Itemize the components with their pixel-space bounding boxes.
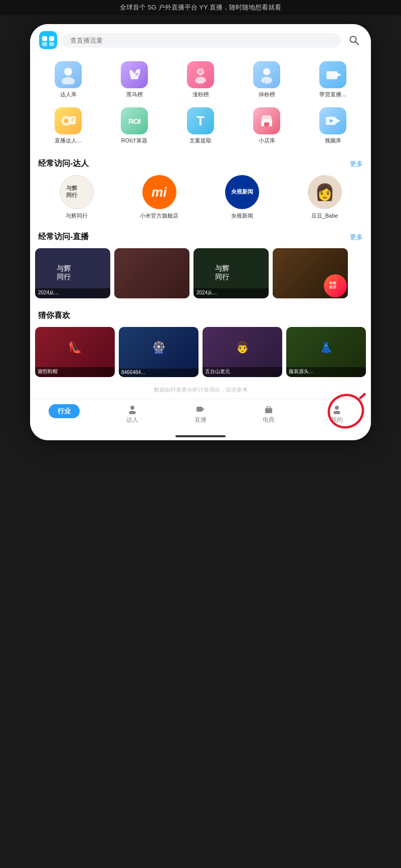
zbdaren-label: 直播达人... (55, 137, 81, 144)
svg-text:同行: 同行 (66, 192, 77, 198)
xiaodian-icon (253, 107, 280, 134)
nav-industry[interactable]: 行业 (30, 404, 98, 424)
daihuo-label: 带货直播... (319, 91, 346, 98)
guess-item-2[interactable]: 🎡 8466484... (119, 327, 198, 377)
nav-ecommerce-icon (264, 404, 274, 414)
svg-text:同行: 同行 (215, 273, 230, 281)
svg-marker-17 (337, 73, 341, 77)
video-label: 视频库 (325, 137, 341, 144)
heima-icon (121, 61, 148, 88)
nav-mine[interactable]: 我的 (303, 404, 371, 424)
svg-rect-24 (264, 122, 269, 126)
roi-label: ROI计算器 (121, 137, 148, 144)
frequent-live-title: 经常访问-直播 (38, 232, 89, 242)
daren-label: 达人库 (60, 91, 77, 98)
svg-rect-16 (326, 71, 337, 79)
frequent-talent-title: 经常访问-达人 (38, 158, 89, 169)
svg-rect-4 (49, 42, 54, 46)
stream-item-2[interactable]: 陈三废g... (114, 248, 189, 298)
talent-yuhui-avatar: 与辉 同行 (60, 175, 94, 209)
tool-roi[interactable]: ROI ROI计算器 (101, 104, 167, 147)
svg-point-11 (195, 77, 206, 84)
svg-rect-41 (265, 408, 272, 413)
nav-talent-icon (127, 404, 137, 414)
tool-xiaodian[interactable]: 小店库 (234, 104, 300, 147)
stream-item-1[interactable]: 与辉 同行 2024从... (35, 248, 110, 298)
guess-item-1[interactable]: 👠 黛熙鞋帽 (35, 327, 115, 377)
diao-label: 掉粉榜 (259, 91, 275, 98)
talent-cctv[interactable]: 央视新闻 央视新闻 (206, 175, 278, 220)
guess-row: 👠 黛熙鞋帽 🎡 8466484... 👨 五台山老元 👗 服装源头... (30, 325, 371, 382)
frequent-talent-more[interactable]: 更多 (350, 159, 363, 168)
tool-daihuo[interactable]: 带货直播... (300, 58, 366, 101)
top-banner: 全球首个 5G 户外直播平台 YY 直播，随时随地想看就看 (0, 0, 401, 15)
talent-yuhui-name: 与辉同行 (66, 212, 88, 220)
talent-xiaomi-avatar: mi (142, 175, 176, 209)
tool-diao[interactable]: ↓ 掉粉榜 (234, 58, 300, 101)
svg-text:同行: 同行 (57, 273, 71, 281)
tool-zhang[interactable]: 涨粉榜 (167, 58, 234, 101)
guess-item-3[interactable]: 👨 五台山老元 (203, 327, 282, 377)
svg-point-37 (130, 406, 134, 410)
guess-item-4[interactable]: 👗 服装源头... (286, 327, 366, 377)
talent-xiaomi-name: 小米官方旗舰店 (140, 212, 178, 220)
phone-frame: 达人库 黑马榜 涨粉榜 (30, 24, 371, 440)
svg-rect-39 (196, 407, 203, 412)
nav-live-icon (195, 404, 206, 414)
nav-talent[interactable]: 达人 (98, 404, 166, 424)
tool-video[interactable]: 视频库 (300, 104, 366, 147)
frequent-talent-header: 经常访问-达人 更多 (30, 153, 371, 173)
guess-label-1: 黛熙鞋帽 (35, 367, 115, 377)
tool-zbdaren[interactable]: 直播达人... (35, 104, 101, 147)
svg-marker-26 (336, 118, 340, 123)
talent-doudou-name: 豆豆_Babe (311, 212, 338, 220)
tool-daren[interactable]: 达人库 (35, 58, 101, 101)
footer-note: 数据由抖查查分析计算得出，仅供参考 (30, 382, 371, 399)
nav-live[interactable]: 直播 (166, 404, 235, 424)
video-icon (319, 107, 346, 134)
svg-rect-3 (42, 42, 47, 46)
daihuo-icon (319, 61, 346, 88)
tool-heima[interactable]: 黑马榜 (101, 58, 167, 101)
svg-text:年终: 年终 (329, 281, 337, 285)
zhang-label: 涨粉榜 (192, 91, 209, 98)
talent-xiaomi[interactable]: mi 小米官方旗舰店 (123, 175, 195, 220)
guess-label-4: 服装源头... (286, 367, 366, 377)
roi-icon: ROI (121, 107, 148, 134)
nav-live-label: 直播 (194, 416, 207, 424)
nav-mine-icon (332, 404, 342, 414)
tool-wanan[interactable]: T 文案提取 (167, 104, 234, 147)
tool-grid: 达人库 黑马榜 涨粉榜 (30, 54, 371, 153)
home-indicator (30, 431, 371, 440)
search-input[interactable] (62, 33, 341, 48)
app-header (30, 24, 371, 54)
svg-point-13 (263, 68, 270, 75)
talent-row: 与辉 同行 与辉同行 mi 小米官方旗舰店 央视新闻 央视新闻 👩 豆豆_Bab… (30, 173, 371, 227)
guess-label-3: 五台山老元 (203, 367, 282, 377)
svg-point-8 (62, 77, 75, 84)
heima-label: 黑马榜 (126, 91, 143, 98)
app-logo (39, 31, 57, 49)
home-bar (175, 435, 226, 437)
zbdaren-icon (55, 107, 82, 134)
guess-label-2: 8466484... (119, 369, 198, 377)
svg-marker-40 (203, 408, 205, 410)
wanan-label: 文案提取 (189, 137, 212, 144)
stream-item-3[interactable]: 与辉 同行 2024从... (193, 248, 269, 298)
talent-doudou[interactable]: 👩 豆豆_Babe (288, 175, 361, 220)
talent-yuhui[interactable]: 与辉 同行 与辉同行 (40, 175, 113, 220)
search-icon[interactable] (346, 32, 362, 48)
nav-talent-label: 达人 (126, 416, 138, 424)
svg-point-43 (333, 411, 340, 414)
wanan-icon: T (187, 107, 214, 134)
stream-row: 与辉 同行 2024从... 陈三废g... 与辉 同行 2024从... 年货… (30, 246, 371, 305)
svg-point-38 (129, 411, 136, 414)
diao-icon: ↓ (253, 61, 280, 88)
frequent-live-more[interactable]: 更多 (350, 233, 363, 242)
xiaodian-label: 小店库 (259, 137, 275, 144)
stream-item-4[interactable]: 年货节 年终 欢庆 (273, 248, 348, 298)
frequent-live-header: 经常访问-直播 更多 (30, 227, 371, 246)
guess-like-header: 猜你喜欢 (30, 305, 371, 325)
nav-mine-label: 我的 (331, 416, 343, 424)
nav-ecommerce[interactable]: 电商 (235, 404, 303, 424)
